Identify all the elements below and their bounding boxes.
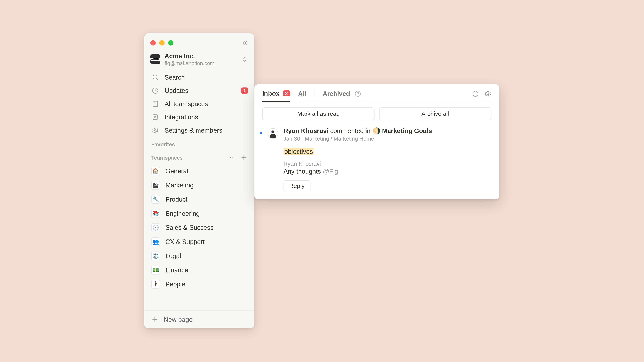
stack-icon: 📚 — [151, 209, 160, 218]
teamspace-item-finance[interactable]: 💵 Finance — [147, 263, 252, 277]
tab-all[interactable]: All — [298, 90, 306, 102]
comment-body: Any thoughts — [284, 168, 323, 175]
scale-icon: ⚖️ — [151, 251, 160, 260]
archive-all-button[interactable]: Archive all — [379, 107, 492, 120]
collapse-sidebar-icon[interactable] — [241, 39, 248, 46]
teamspaces-section-label: Teamspaces — [144, 149, 254, 164]
notification-body: Ryan Khosravi commented in 🌖 Marketing G… — [284, 127, 492, 191]
tab-archived[interactable]: Archived — [323, 90, 350, 102]
arrow-out-icon — [151, 113, 159, 121]
nav-label: Updates — [164, 87, 188, 94]
teamspace-label: Product — [165, 196, 188, 203]
nav-label: All teamspaces — [164, 100, 208, 107]
nav-label: Search — [164, 74, 185, 81]
favorites-section-label[interactable]: Favorites — [144, 137, 254, 149]
workspace-logo: ACME — [150, 54, 160, 64]
plus-icon — [151, 316, 158, 323]
tab-separator — [314, 90, 314, 97]
section-title: Favorites — [151, 141, 175, 147]
teamspace-item-engineering[interactable]: 📚 Engineering — [147, 206, 252, 220]
reply-button[interactable]: Reply — [284, 180, 310, 191]
notification-title: Ryan Khosravi commented in 🌖 Marketing G… — [284, 127, 492, 135]
help-icon[interactable] — [354, 90, 362, 102]
nav-updates[interactable]: Updates 1 — [147, 84, 252, 97]
svg-point-11 — [232, 157, 232, 158]
comment-text: Any thoughts @Fig — [284, 168, 492, 175]
home-icon: 🏠 — [151, 166, 160, 175]
svg-point-12 — [234, 157, 234, 158]
teamspace-item-marketing[interactable]: 🎬 Marketing — [147, 178, 252, 192]
clock-icon — [151, 86, 159, 94]
workspace-expand-icon[interactable] — [241, 56, 248, 63]
svg-point-23 — [487, 93, 489, 94]
teamspace-label: General — [165, 167, 188, 174]
teamspace-item-product[interactable]: 🔧 Product — [147, 192, 252, 206]
section-title[interactable]: Teamspaces — [151, 155, 183, 161]
teamspaces-add-icon[interactable] — [240, 154, 247, 162]
svg-point-18 — [358, 95, 358, 95]
gear-icon — [151, 126, 159, 134]
date-text: Jan 30 — [284, 136, 300, 142]
teamspace-label: People — [165, 281, 185, 288]
workspace-info: Acme Inc. fig@makenotion.com — [164, 53, 214, 66]
tab-label: Archived — [323, 90, 350, 97]
person-icon: 🕴️ — [151, 280, 160, 289]
minimize-window-button[interactable] — [159, 40, 164, 45]
wrench-icon: 🔧 — [151, 195, 160, 204]
primary-nav: Search Updates 1 All teamspaces Integrat… — [144, 70, 254, 137]
highlighted-text: objectives — [284, 148, 314, 155]
new-page-label: New page — [164, 316, 192, 323]
teamspace-label: Engineering — [165, 210, 200, 217]
teamspace-item-general[interactable]: 🏠 General — [147, 164, 252, 178]
building-icon — [151, 100, 159, 108]
teamspace-item-sales[interactable]: 🕘 Sales & Success — [147, 220, 252, 234]
teamspace-label: Marketing — [165, 182, 194, 189]
comment-author: Ryan Khosravi — [284, 160, 492, 167]
nav-search[interactable]: Search — [147, 70, 252, 84]
workspace-email: fig@makenotion.com — [164, 60, 214, 66]
bulk-actions: Mark all as read Archive all — [254, 102, 499, 125]
teamspace-item-people[interactable]: 🕴️ People — [147, 277, 252, 291]
close-window-button[interactable] — [150, 40, 156, 45]
tab-inbox[interactable]: Inbox 2 — [262, 90, 290, 102]
nav-all-teamspaces[interactable]: All teamspaces — [147, 97, 252, 110]
page-name: Marketing Goals — [382, 127, 432, 134]
teamspace-item-legal[interactable]: ⚖️ Legal — [147, 249, 252, 263]
workspace-switcher[interactable]: ACME Acme Inc. fig@makenotion.com — [144, 51, 254, 70]
inbox-panel: Inbox 2 All Archived Mark all as read Ar… — [254, 84, 499, 199]
author-name: Ryan Khosravi — [284, 127, 328, 134]
teamspace-label: Legal — [165, 252, 181, 259]
new-page-button[interactable]: New page — [144, 310, 254, 328]
verb-text: commented in — [330, 127, 370, 134]
inbox-tabs: Inbox 2 All Archived — [254, 84, 499, 102]
settings-icon[interactable] — [484, 90, 492, 97]
svg-rect-3 — [153, 101, 158, 106]
updates-badge: 1 — [241, 87, 248, 93]
teamspace-item-cx[interactable]: 👥 CX & Support — [147, 235, 252, 249]
author-avatar — [268, 128, 278, 139]
zoom-window-button[interactable] — [168, 40, 174, 45]
window-titlebar — [144, 33, 254, 51]
teamspace-label: Sales & Success — [165, 224, 214, 231]
people-icon: 👥 — [151, 237, 160, 246]
sidebar-window: ACME Acme Inc. fig@makenotion.com Search… — [144, 33, 254, 329]
teamspace-label: CX & Support — [165, 238, 204, 245]
teamspaces-more-icon[interactable] — [229, 154, 236, 162]
nav-integrations[interactable]: Integrations — [147, 110, 252, 123]
tab-label: All — [298, 90, 306, 97]
notification-meta: Jan 30 · Marketing / Marketing Home — [284, 136, 492, 142]
history-icon: 🕘 — [151, 223, 160, 232]
svg-line-1 — [157, 79, 158, 80]
filter-icon[interactable] — [472, 90, 479, 97]
mark-all-read-button[interactable]: Mark all as read — [262, 107, 375, 120]
teamspace-label: Finance — [165, 266, 188, 273]
cash-icon: 💵 — [151, 266, 160, 274]
nav-label: Integrations — [164, 113, 198, 120]
teamspaces-list: 🏠 General 🎬 Marketing 🔧 Product 📚 Engine… — [144, 164, 254, 310]
clapper-icon: 🎬 — [151, 181, 160, 190]
tab-label: Inbox — [262, 90, 280, 97]
breadcrumb: Marketing / Marketing Home — [305, 136, 374, 142]
svg-point-9 — [154, 129, 156, 131]
notification-item[interactable]: Ryan Khosravi commented in 🌖 Marketing G… — [254, 125, 499, 199]
nav-settings[interactable]: Settings & members — [147, 124, 252, 137]
